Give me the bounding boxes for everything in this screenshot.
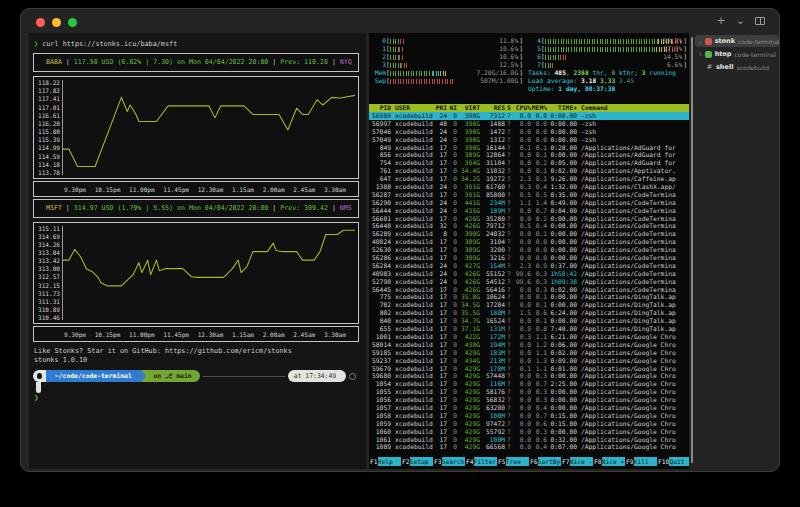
prompt-arrow[interactable]: ❯ — [34, 393, 39, 402]
process-cell: 0:00.00 — [547, 230, 577, 238]
process-cell: 0.0 — [513, 341, 531, 349]
fkey-item[interactable]: F3Search — [433, 457, 465, 466]
column-header[interactable]: MEM% — [531, 104, 547, 112]
process-row[interactable]: 655xcodebuild17037.1G131M?0.90.87:40.00/… — [369, 325, 689, 333]
process-row[interactable]: 56287xcodebuild170391G85800?0.50.50:35.0… — [369, 191, 689, 199]
fkey-label: Filter — [474, 457, 497, 466]
process-row[interactable]: 56444xcodebuild240435G189M?0.00.70:04.00… — [369, 207, 689, 215]
fkey-item[interactable]: F9Kill — [625, 457, 657, 466]
process-row[interactable]: 802xcodebuild17035.5G180M?1.50.66:24.00/… — [369, 309, 689, 317]
process-cell: 0 — [447, 365, 457, 373]
process-row[interactable]: 56601xcodebuild170426G35280?0.00.20:00.0… — [369, 215, 689, 223]
process-row[interactable]: 1055xcodebuild170429G58176?0.00.30:00.00… — [369, 388, 689, 396]
process-row[interactable]: 1061xcodebuild170429G100M?0.00.60:32.00/… — [369, 436, 689, 444]
column-header[interactable]: TIME+ — [547, 104, 577, 112]
process-cell: xcodebuild — [391, 388, 434, 396]
process-cell: /Applications/Google Chro — [577, 388, 689, 396]
process-row[interactable]: 1388xcodebuild240391G61760?0.30.41:32.00… — [369, 183, 689, 191]
process-cell: 0:02.00 — [547, 286, 577, 294]
process-row[interactable]: 761xcodebuild17034.4G11032?0.00.10:02.00… — [369, 167, 689, 175]
process-table-header[interactable]: PIDUSERPRINIVIRTRESSCPU%MEM%TIME+Command — [369, 104, 689, 112]
process-cell: xcodebuild — [391, 199, 434, 207]
process-cell: 79712 — [480, 222, 505, 230]
terminal-pane-htop[interactable]: 0[11.8%]1[10.6%]2[10.6%]3[12.5%]Mem[7.20… — [369, 33, 689, 469]
fkey-item[interactable]: F1Help — [369, 457, 401, 466]
pane-list-item-shell[interactable]: #shellxcodebuild — [695, 61, 779, 73]
process-row[interactable]: 56284xcodebuild240427G154M?2.30.90:37.00… — [369, 262, 689, 270]
process-cell: ? — [505, 404, 513, 412]
process-row[interactable]: 647xcodebuild17034.2G19272?2.30.19:26.00… — [369, 175, 689, 183]
process-row[interactable]: 52790xcodebuild240426G54512?99.60.31h09:… — [369, 278, 689, 286]
process-cell: 3200 — [480, 246, 505, 254]
column-header[interactable]: CPU% — [513, 104, 531, 112]
process-cell: 0.0 — [513, 128, 531, 136]
process-row[interactable]: 57049xcodebuild240398G1312?0.00.00:00.00… — [369, 136, 689, 144]
new-tab-button[interactable]: + — [717, 14, 726, 27]
text-segment: on Mon 04/04/2022 20:00 — [173, 58, 268, 66]
process-row[interactable]: 1058xcodebuild170429G100M?0.00.70:15.00/… — [369, 412, 689, 420]
process-cell: 0.0 — [513, 372, 531, 380]
process-row[interactable]: 782xcodebuild17034.5G17284?0.00.10:00.00… — [369, 301, 689, 309]
column-header[interactable]: S — [505, 104, 513, 112]
process-row[interactable]: 1060xcodebuild170429G55792?0.00.30:00.00… — [369, 428, 689, 436]
process-row[interactable]: 849xcodebuild170398G16144?0.10.10:28.00/… — [369, 144, 689, 152]
process-row[interactable]: 40983xcodebuild240426G55152?99.60.31h50:… — [369, 270, 689, 278]
process-cell: 0 — [447, 333, 457, 341]
x-tick-label: 10.15pm — [95, 186, 121, 193]
chevron-down-icon[interactable]: ⌄ — [736, 14, 745, 27]
column-header[interactable]: NI — [447, 104, 457, 112]
process-row[interactable]: 52630xcodebuild170389G3200?0.00.00:00.00… — [369, 246, 689, 254]
titlebar[interactable]: + ⌄ — [21, 9, 779, 31]
process-row[interactable]: 1057xcodebuild170429G63200?0.00.40:00.00… — [369, 404, 689, 412]
process-row[interactable]: 40824xcodebuild170389G3104?0.00.00:00.00… — [369, 238, 689, 246]
process-row[interactable]: 59679xcodebuild170429G178M?0.11.10:01.00… — [369, 365, 689, 373]
process-row[interactable]: 754xcodebuild170394G31104?0.00.20:05.00/… — [369, 159, 689, 167]
minimize-button[interactable] — [52, 18, 61, 27]
fkey-key: F7 — [561, 457, 570, 466]
column-header[interactable]: RES — [480, 104, 505, 112]
close-button[interactable] — [36, 18, 45, 27]
fkey-item[interactable]: F4Filter — [465, 457, 497, 466]
terminal-pane-stonks[interactable]: ❯ curl https://stonks.icu/baba/msft BABA… — [29, 33, 366, 469]
process-row[interactable]: 58014xcodebuild170430G194M?0.01.20:06.00… — [369, 341, 689, 349]
fkey-item[interactable]: F6SortBy — [529, 457, 561, 466]
fkey-item[interactable]: F5Tree — [497, 457, 529, 466]
column-header[interactable]: VIRT — [457, 104, 480, 112]
split-pane-icon[interactable] — [755, 17, 765, 25]
fkey-item[interactable]: F2Setup — [401, 457, 433, 466]
fkey-item[interactable]: F7Nice - — [561, 457, 593, 466]
column-header[interactable]: PRI — [434, 104, 447, 112]
process-row[interactable]: 56980xcodebuild240398G7312?0.00.00:00.00… — [369, 112, 689, 120]
process-row[interactable]: 59680xcodebuild170429G57448?0.00.30:00.0… — [369, 372, 689, 380]
process-row[interactable]: 1089xcodebuild170429G66568?0.00.40:07.00… — [369, 443, 689, 451]
column-header[interactable]: PID — [369, 104, 391, 112]
column-header[interactable]: Command — [577, 104, 689, 112]
zoom-button[interactable] — [68, 18, 77, 27]
process-row[interactable]: 1056xcodebuild170429G56832?0.00.30:00.00… — [369, 396, 689, 404]
process-row[interactable]: 856xcodebuild170389G12864?0.00.10:00.00/… — [369, 151, 689, 159]
process-row[interactable]: 775xcodebuild17035.8G10624?0.00.10:00.00… — [369, 293, 689, 301]
process-row[interactable]: 1059xcodebuild170429G97472?0.00.60:15.00… — [369, 420, 689, 428]
process-row[interactable]: 1001xcodebuild170422G172M?0.31.16:21.00/… — [369, 333, 689, 341]
process-row[interactable]: 59237xcodebuild170434G213M?0.01.30:09.00… — [369, 357, 689, 365]
process-row[interactable]: 57046xcodebuild240398G1472?0.00.00:00.00… — [369, 128, 689, 136]
process-cell: xcodebuild — [391, 325, 434, 333]
process-cell: /Applications/Google Chro — [577, 436, 689, 444]
fkey-item[interactable]: F8Nice + — [593, 457, 625, 466]
htop-scrollbar[interactable] — [691, 37, 693, 463]
process-cell: 0 — [447, 144, 457, 152]
process-row[interactable]: 56290xcodebuild240441G234M?1.11.40:49.00… — [369, 199, 689, 207]
process-row[interactable]: 56997xcodebuild480398G1488?0.00.00:00.00… — [369, 120, 689, 128]
process-row[interactable]: 59185xcodebuild170429G183M?0.01.10:02.00… — [369, 349, 689, 357]
process-row[interactable]: 56286xcodebuild170389G3216?0.00.00:00.00… — [369, 254, 689, 262]
process-row[interactable]: 1054xcodebuild170429G116M?0.00.72:25.00/… — [369, 380, 689, 388]
column-header[interactable]: USER — [391, 104, 434, 112]
process-row[interactable]: 840xcodebuild17034.7G16524?0.00.10:00.00… — [369, 317, 689, 325]
pane-list-item-htop[interactable]: └htopcode-terminal — [695, 48, 779, 60]
process-row[interactable]: 56448xcodebuild320426G79712?0.50.40:08.0… — [369, 222, 689, 230]
pane-list-item-stonk[interactable]: ┌stonkcode-terminal — [695, 35, 779, 47]
fkey-item[interactable]: F10Quit — [657, 457, 689, 466]
process-row[interactable]: 56289xcodebuild80390G24032?0.00.10:00.00… — [369, 230, 689, 238]
process-cell: 427G — [457, 262, 480, 270]
process-row[interactable]: 56445xcodebuild170426G56416?0.00.30:02.0… — [369, 286, 689, 294]
